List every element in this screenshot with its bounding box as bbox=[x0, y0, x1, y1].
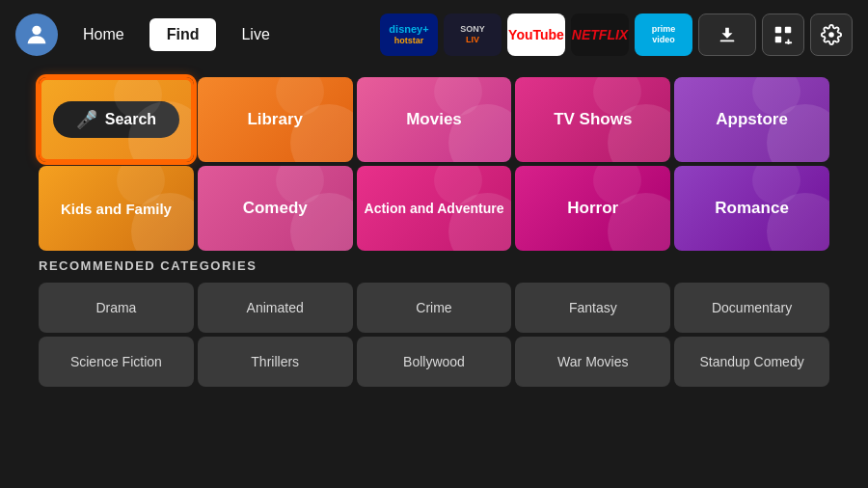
tvshows-tile[interactable]: TV Shows bbox=[515, 77, 670, 162]
rec-drama[interactable]: Drama bbox=[39, 283, 194, 333]
app-disney-hotstar[interactable]: disney+ hotstar bbox=[380, 14, 438, 56]
navbar: Home Find Live disney+ hotstar SONYLIV Y… bbox=[0, 0, 868, 69]
svg-point-7 bbox=[828, 32, 834, 38]
app-add-icon[interactable] bbox=[762, 14, 804, 56]
search-label: Search bbox=[105, 111, 156, 128]
svg-rect-1 bbox=[720, 41, 735, 42]
main-tile-grid: 🎤 Search Library Movies TV Shows Appstor… bbox=[39, 77, 829, 251]
rec-thrillers[interactable]: Thrillers bbox=[198, 337, 353, 387]
movies-tile[interactable]: Movies bbox=[357, 77, 512, 162]
youtube-label: YouTube bbox=[508, 27, 564, 42]
comedy-label: Comedy bbox=[243, 199, 308, 218]
app-downloader[interactable] bbox=[698, 14, 756, 56]
kids-tile[interactable]: Kids and Family bbox=[39, 166, 194, 251]
kids-label: Kids and Family bbox=[53, 201, 179, 217]
tvshows-label: TV Shows bbox=[554, 110, 632, 129]
library-tile[interactable]: Library bbox=[198, 77, 353, 162]
app-settings[interactable] bbox=[810, 14, 853, 56]
recommended-grid: Drama Animated Crime Fantasy Documentary… bbox=[39, 283, 829, 387]
main-content: 🎤 Search Library Movies TV Shows Appstor… bbox=[0, 69, 868, 402]
nav-find[interactable]: Find bbox=[149, 18, 217, 51]
app-netflix[interactable]: NETFLIX bbox=[571, 14, 629, 56]
comedy-tile[interactable]: Comedy bbox=[198, 166, 353, 251]
rec-crime[interactable]: Crime bbox=[357, 283, 512, 333]
svg-rect-6 bbox=[785, 41, 792, 43]
action-tile[interactable]: Action and Adventure bbox=[357, 166, 512, 251]
svg-rect-2 bbox=[775, 27, 781, 33]
rec-science-fiction[interactable]: Science Fiction bbox=[39, 337, 194, 387]
romance-tile[interactable]: Romance bbox=[674, 166, 829, 251]
action-label: Action and Adventure bbox=[359, 201, 510, 216]
rec-fantasy[interactable]: Fantasy bbox=[515, 283, 670, 333]
nav-live[interactable]: Live bbox=[224, 18, 286, 51]
appstore-tile[interactable]: Appstore bbox=[674, 77, 829, 162]
svg-point-0 bbox=[32, 26, 41, 35]
search-tile[interactable]: 🎤 Search bbox=[39, 77, 194, 162]
app-youtube[interactable]: YouTube bbox=[507, 14, 565, 56]
avatar[interactable] bbox=[15, 14, 58, 56]
library-label: Library bbox=[247, 110, 303, 129]
movies-label: Movies bbox=[406, 110, 462, 129]
appstore-label: Appstore bbox=[716, 110, 788, 129]
netflix-label: NETFLIX bbox=[572, 27, 628, 42]
rec-animated[interactable]: Animated bbox=[198, 283, 353, 333]
rec-bollywood[interactable]: Bollywood bbox=[357, 337, 512, 387]
mic-icon: 🎤 bbox=[76, 109, 97, 130]
rec-documentary[interactable]: Documentary bbox=[674, 283, 829, 333]
svg-rect-3 bbox=[785, 27, 791, 33]
romance-label: Romance bbox=[715, 199, 789, 218]
rec-standup-comedy[interactable]: Standup Comedy bbox=[674, 337, 829, 387]
nav-home[interactable]: Home bbox=[66, 18, 142, 51]
horror-tile[interactable]: Horror bbox=[515, 166, 670, 251]
horror-label: Horror bbox=[567, 199, 618, 218]
search-pill: 🎤 Search bbox=[53, 101, 179, 138]
app-sony-liv[interactable]: SONYLIV bbox=[444, 14, 502, 56]
svg-rect-4 bbox=[775, 37, 781, 42]
recommended-title: RECOMMENDED CATEGORIES bbox=[39, 258, 829, 273]
recommended-section: RECOMMENDED CATEGORIES Drama Animated Cr… bbox=[39, 258, 829, 387]
app-prime-video[interactable]: primevideo bbox=[635, 14, 692, 56]
app-icons-bar: disney+ hotstar SONYLIV YouTube NETFLIX … bbox=[380, 14, 853, 56]
rec-war-movies[interactable]: War Movies bbox=[515, 337, 670, 387]
